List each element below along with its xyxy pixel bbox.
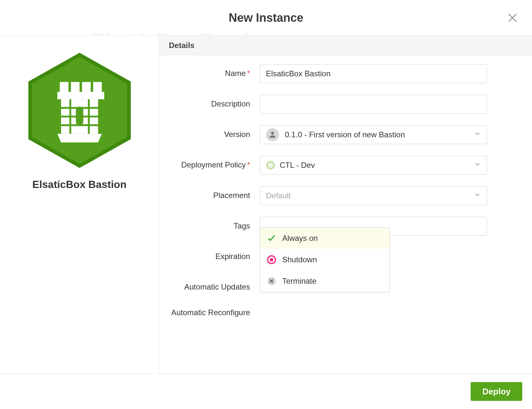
close-icon: [506, 11, 519, 24]
version-label: Version: [169, 125, 260, 139]
svg-marker-7: [57, 134, 102, 143]
box-name-label: ElsaticBox Bastion: [32, 179, 127, 191]
user-avatar-icon: [266, 128, 279, 141]
version-value: 0.1.0 - First version of new Bastion: [285, 130, 405, 139]
placement-select[interactable]: Default: [260, 186, 487, 205]
row-name: Name*: [169, 64, 522, 83]
option-label: Always on: [282, 234, 318, 243]
option-label: Terminate: [282, 277, 316, 286]
svg-rect-3: [82, 82, 91, 92]
expiration-option-terminate[interactable]: Terminate: [260, 270, 389, 292]
svg-rect-4: [93, 82, 102, 92]
automatic-reconfigure-label: Automatic Reconfigure: [169, 304, 260, 317]
required-mark: *: [247, 69, 250, 78]
version-select[interactable]: 0.1.0 - First version of new Bastion: [260, 125, 487, 144]
description-input[interactable]: [260, 95, 487, 114]
row-description: Description: [169, 95, 522, 114]
description-label: Description: [169, 95, 260, 109]
box-icon: [18, 49, 141, 172]
row-automatic-reconfigure: Automatic Reconfigure: [169, 304, 522, 317]
svg-rect-2: [71, 82, 80, 92]
deployment-policy-value: CTL - Dev: [280, 161, 315, 170]
expiration-option-always-on[interactable]: Always on: [260, 228, 389, 249]
placement-label: Placement: [169, 186, 260, 200]
box-preview-panel: ElsaticBox Bastion: [0, 36, 159, 374]
deployment-policy-select[interactable]: CTL - Dev: [260, 156, 487, 175]
svg-point-14: [271, 132, 274, 135]
deploy-button[interactable]: Deploy: [471, 382, 522, 401]
deployment-policy-label-text: Deployment Policy: [181, 160, 246, 169]
dialog-body: ElsaticBox Bastion: [0, 36, 532, 374]
row-version: Version 0.1.0 - First version of new Bas…: [169, 125, 522, 144]
chevron-down-icon: [474, 130, 481, 139]
required-mark: *: [247, 160, 250, 169]
stop-icon: [267, 255, 276, 265]
svg-rect-1: [60, 82, 69, 92]
close-circle-icon: [267, 276, 276, 286]
svg-line-23: [269, 167, 270, 167]
svg-line-20: [269, 163, 270, 164]
form-panel: Details Name* Description: [159, 36, 532, 374]
dialog-footer: Deploy: [0, 374, 532, 409]
deployment-policy-label: Deployment Policy*: [169, 156, 260, 170]
svg-rect-26: [270, 258, 273, 261]
expiration-label: Expiration: [169, 247, 260, 261]
chevron-down-icon: [474, 191, 481, 200]
form-area: Name* Description Version: [159, 55, 532, 342]
name-label: Name*: [169, 64, 260, 78]
name-label-text: Name: [225, 69, 246, 78]
placement-placeholder: Default: [266, 191, 291, 200]
tags-label: Tags: [169, 217, 260, 231]
name-input[interactable]: [260, 64, 487, 83]
svg-line-22: [272, 163, 273, 164]
new-instance-dialog: New Instance ElsaticBox Bastion: [0, 0, 532, 409]
check-icon: [267, 233, 276, 243]
details-section-header: Details: [159, 36, 532, 55]
option-label: Shutdown: [282, 255, 317, 264]
chevron-down-icon: [474, 161, 481, 170]
expiration-option-shutdown[interactable]: Shutdown: [260, 249, 389, 270]
svg-line-21: [272, 167, 273, 167]
ctl-logo-icon: [266, 161, 275, 170]
row-deployment-policy: Deployment Policy* CTL - Dev: [169, 156, 522, 175]
dialog-title: New Instance: [229, 11, 303, 25]
expiration-dropdown: Always on Shutdown Terminate: [260, 227, 390, 292]
automatic-updates-label: Automatic Updates: [169, 278, 260, 292]
close-button[interactable]: [506, 11, 519, 24]
dialog-header: New Instance: [0, 0, 532, 36]
svg-rect-5: [57, 92, 104, 99]
row-placement: Placement Default: [169, 186, 522, 205]
